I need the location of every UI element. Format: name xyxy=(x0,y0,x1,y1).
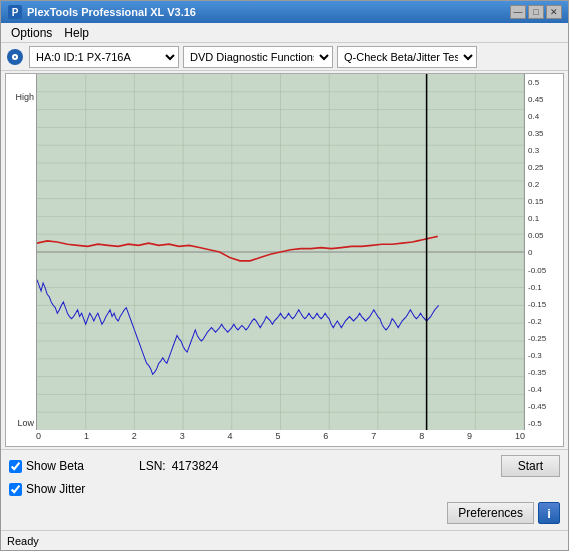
x-label-5: 5 xyxy=(275,431,280,446)
show-beta-checkbox[interactable] xyxy=(9,460,22,473)
maximize-button[interactable]: □ xyxy=(528,5,544,19)
svg-text:P: P xyxy=(12,7,19,18)
y-right-0.35: 0.35 xyxy=(528,129,561,138)
info-button[interactable]: i xyxy=(538,502,560,524)
y-right--0.4: -0.4 xyxy=(528,385,561,394)
title-bar: P PlexTools Professional XL V3.16 — □ ✕ xyxy=(1,1,568,23)
bottom-row3: Preferences i xyxy=(9,500,560,526)
svg-point-4 xyxy=(14,56,16,58)
device-select[interactable]: HA:0 ID:1 PX-716A xyxy=(29,46,179,68)
menu-options[interactable]: Options xyxy=(5,24,58,42)
status-text: Ready xyxy=(7,535,39,547)
y-right-0.1: 0.1 xyxy=(528,214,561,223)
y-right-0: 0 xyxy=(528,248,561,257)
y-right--0.15: -0.15 xyxy=(528,300,561,309)
lsn-label: LSN: xyxy=(139,459,166,473)
y-right-0.2: 0.2 xyxy=(528,180,561,189)
bottom-row1: Show Beta LSN: 4173824 Start xyxy=(9,454,560,478)
y-right--0.1: -0.1 xyxy=(528,283,561,292)
y-right--0.35: -0.35 xyxy=(528,368,561,377)
y-left-high: High xyxy=(8,92,34,102)
toolbar: HA:0 ID:1 PX-716A DVD Diagnostic Functio… xyxy=(1,43,568,71)
chart-with-xaxis: 0 1 2 3 4 5 6 7 8 9 10 xyxy=(36,74,525,446)
status-bar: Ready xyxy=(1,530,568,550)
chart-svg xyxy=(37,74,524,430)
function-select[interactable]: DVD Diagnostic Functions xyxy=(183,46,333,68)
minimize-button[interactable]: — xyxy=(510,5,526,19)
test-select[interactable]: Q-Check Beta/Jitter Test xyxy=(337,46,477,68)
x-label-7: 7 xyxy=(371,431,376,446)
show-jitter-checkbox[interactable] xyxy=(9,483,22,496)
x-label-0: 0 xyxy=(36,431,41,446)
x-axis: 0 1 2 3 4 5 6 7 8 9 10 xyxy=(36,430,525,446)
y-right-0.15: 0.15 xyxy=(528,197,561,206)
x-label-2: 2 xyxy=(132,431,137,446)
chart-inner xyxy=(36,74,525,430)
preferences-button[interactable]: Preferences xyxy=(447,502,534,524)
show-jitter-label[interactable]: Show Jitter xyxy=(9,482,109,496)
show-beta-text: Show Beta xyxy=(26,459,84,473)
y-right--0.2: -0.2 xyxy=(528,317,561,326)
app-icon: P xyxy=(7,4,23,20)
y-right-0.5: 0.5 xyxy=(528,78,561,87)
chart-container: High Low xyxy=(6,74,563,446)
window-title: PlexTools Professional XL V3.16 xyxy=(27,6,510,18)
main-window: P PlexTools Professional XL V3.16 — □ ✕ … xyxy=(0,0,569,551)
y-right-0.45: 0.45 xyxy=(528,95,561,104)
lsn-value: 4173824 xyxy=(172,459,219,473)
title-bar-buttons: — □ ✕ xyxy=(510,5,562,19)
bottom-row2: Show Jitter xyxy=(9,478,560,500)
y-right-0.4: 0.4 xyxy=(528,112,561,121)
show-beta-label[interactable]: Show Beta xyxy=(9,459,109,473)
chart-area: High Low xyxy=(5,73,564,447)
x-label-6: 6 xyxy=(323,431,328,446)
x-label-4: 4 xyxy=(228,431,233,446)
x-label-8: 8 xyxy=(419,431,424,446)
start-button[interactable]: Start xyxy=(501,455,560,477)
bottom-section: Show Beta LSN: 4173824 Start Show Jitter… xyxy=(1,449,568,530)
y-right--0.45: -0.45 xyxy=(528,402,561,411)
y-right-0.3: 0.3 xyxy=(528,146,561,155)
y-right--0.25: -0.25 xyxy=(528,334,561,343)
y-right-0.05: 0.05 xyxy=(528,231,561,240)
y-right--0.05: -0.05 xyxy=(528,266,561,275)
y-axis-left: High Low xyxy=(6,74,36,446)
x-label-3: 3 xyxy=(180,431,185,446)
x-label-1: 1 xyxy=(84,431,89,446)
lsn-area: LSN: 4173824 xyxy=(139,459,501,473)
y-left-low: Low xyxy=(8,418,34,428)
y-right--0.5: -0.5 xyxy=(528,419,561,428)
menu-help[interactable]: Help xyxy=(58,24,95,42)
x-label-10: 10 xyxy=(515,431,525,446)
menu-bar: Options Help xyxy=(1,23,568,43)
y-right--0.3: -0.3 xyxy=(528,351,561,360)
device-icon xyxy=(5,47,25,67)
show-jitter-text: Show Jitter xyxy=(26,482,85,496)
close-button[interactable]: ✕ xyxy=(546,5,562,19)
x-label-9: 9 xyxy=(467,431,472,446)
y-right-0.25: 0.25 xyxy=(528,163,561,172)
y-axis-right: 0.5 0.45 0.4 0.35 0.3 0.25 0.2 0.15 0.1 … xyxy=(525,74,563,446)
